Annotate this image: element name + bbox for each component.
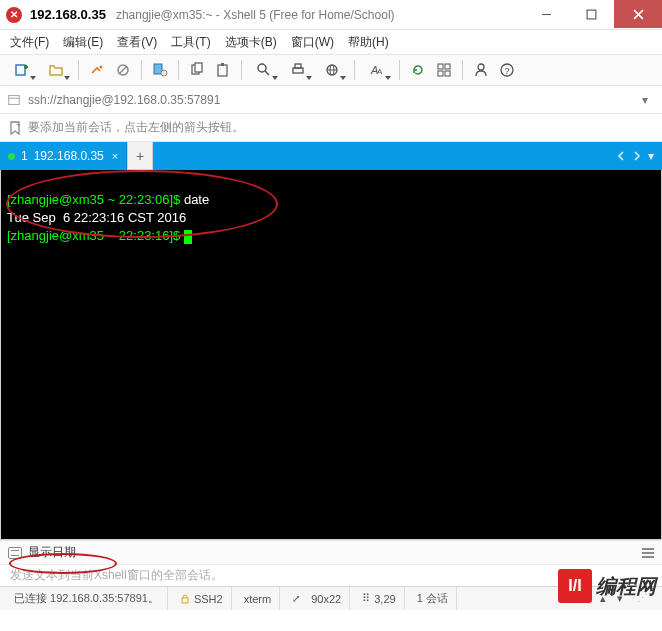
status-connection: 已连接 192.168.0.35:57891。 [6,587,168,610]
tab-prev-icon[interactable] [616,151,626,161]
bookmark-icon[interactable] [8,121,22,135]
session-icon [6,92,22,108]
menu-view[interactable]: 查看(V) [117,34,157,51]
hint-text: 要添加当前会话，点击左侧的箭头按钮。 [28,119,244,136]
svg-point-16 [258,64,266,72]
toolbar: AA ? [0,54,662,86]
menu-tools[interactable]: 工具(T) [171,34,210,51]
tab-nav: ▾ [616,142,662,170]
minimize-button[interactable] [524,0,569,28]
menu-tabs[interactable]: 选项卡(B) [225,34,277,51]
svg-rect-15 [221,63,224,66]
svg-text:A: A [377,67,383,76]
svg-rect-18 [293,68,303,73]
watermark-text: 编程网 [596,573,656,600]
status-size: ⤢ 90x22 [284,587,350,610]
font-button[interactable]: AA [361,58,393,82]
new-session-button[interactable] [6,58,38,82]
watermark-logo-icon: I/I [558,569,592,603]
menu-edit[interactable]: 编辑(E) [63,34,103,51]
user-button[interactable] [469,58,493,82]
svg-rect-26 [445,64,450,69]
address-dropdown-icon[interactable]: ▾ [642,93,656,107]
svg-rect-19 [295,64,301,68]
svg-point-11 [161,70,167,76]
connect-button[interactable] [85,58,109,82]
tab-label: 192.168.0.35 [34,149,104,163]
hint-bar: 要添加当前会话，点击左侧的箭头按钮。 [0,114,662,142]
app-icon: ✕ [6,7,22,23]
tile-button[interactable] [432,58,456,82]
terminal[interactable]: [zhangjie@xm35 ~ 22:23:06]$ date Tue Sep… [0,170,662,540]
globe-button[interactable] [316,58,348,82]
status-protocol: SSH2 [172,587,232,610]
tab-strip: 1 192.168.0.35 × + ▾ [0,142,662,170]
menu-file[interactable]: 文件(F) [10,34,49,51]
status-dot-icon [8,153,15,160]
close-button[interactable] [614,0,662,28]
lock-icon [180,594,190,604]
title-bar: ✕ 192.168.0.35 zhangjie@xm35:~ - Xshell … [0,0,662,30]
new-tab-button[interactable]: + [127,142,153,170]
address-bar: ssh://zhangjie@192.168.0.35:57891 ▾ [0,86,662,114]
tab-close-icon[interactable]: × [112,150,118,162]
output-line: Tue Sep 6 22:23:16 CST 2016 [7,210,186,225]
paste-button[interactable] [211,58,235,82]
copy-button[interactable] [185,58,209,82]
svg-rect-28 [445,71,450,76]
window-title-subtitle: zhangjie@xm35:~ - Xshell 5 (Free for Hom… [116,8,395,22]
svg-rect-25 [438,64,443,69]
menu-bar: 文件(F) 编辑(E) 查看(V) 工具(T) 选项卡(B) 窗口(W) 帮助(… [0,30,662,54]
address-text[interactable]: ssh://zhangjie@192.168.0.35:57891 [28,93,636,107]
svg-rect-32 [9,95,20,104]
command-menu-icon[interactable] [642,548,654,558]
keyboard-icon [8,547,22,559]
svg-line-9 [119,66,127,74]
svg-point-7 [100,66,103,69]
tab-next-icon[interactable] [632,151,642,161]
menu-window[interactable]: 窗口(W) [291,34,334,51]
watermark: I/I 编程网 [558,569,656,603]
window-title-host: 192.168.0.35 [30,7,106,22]
status-term: xterm [236,587,281,610]
cursor-icon [184,230,192,244]
menu-help[interactable]: 帮助(H) [348,34,389,51]
disconnect-button[interactable] [111,58,135,82]
tab-index: 1 [21,149,28,163]
maximize-button[interactable] [569,0,614,28]
refresh-button[interactable] [406,58,430,82]
prompt-line-1: [zhangjie@xm35 ~ 22:23:06]$ date [7,192,209,207]
window-controls [524,0,662,29]
status-cursor: ⠿ 3,29 [354,587,404,610]
status-sessions: 1 会话 [409,587,457,610]
find-button[interactable] [248,58,280,82]
svg-rect-4 [16,65,25,75]
tab-menu-icon[interactable]: ▾ [648,149,654,163]
properties-button[interactable] [148,58,172,82]
svg-rect-13 [195,63,202,72]
svg-rect-27 [438,71,443,76]
svg-rect-34 [182,598,188,603]
svg-point-29 [478,64,484,70]
svg-text:?: ? [505,66,510,76]
help-button[interactable]: ? [495,58,519,82]
svg-line-17 [265,71,269,75]
open-folder-button[interactable] [40,58,72,82]
session-tab[interactable]: 1 192.168.0.35 × [0,142,127,170]
svg-rect-14 [218,65,227,76]
prompt-line-2: [zhangjie@xm35 ~ 22:23:16]$ [7,228,192,243]
svg-rect-1 [587,10,596,19]
command-input[interactable]: 显示日期 [28,544,76,561]
print-button[interactable] [282,58,314,82]
command-bar: 显示日期 [0,540,662,564]
